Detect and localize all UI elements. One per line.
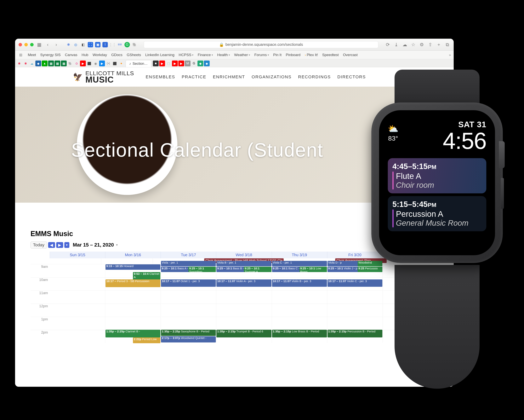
minimize-window-button[interactable] — [24, 43, 28, 46]
address-bar[interactable]: 🔒 benjamin-denne.squarespace.com/section… — [144, 41, 378, 48]
pinned-tab[interactable]: ■ — [153, 61, 159, 66]
pinned-tab[interactable]: ◉ — [93, 61, 98, 66]
pinned-tab[interactable]: M — [185, 61, 191, 66]
rss-icon[interactable]: ⋮⋮ — [110, 42, 115, 47]
active-tab[interactable]: ♪ Section… — [126, 60, 151, 67]
bookmark-item[interactable]: Workday — [93, 53, 107, 57]
day-header[interactable]: Sun 3/15 — [50, 251, 105, 258]
bookmark-item[interactable]: Overcast — [343, 53, 358, 57]
bookmark-folder[interactable]: Finance▾ — [198, 53, 213, 57]
day-header[interactable]: Tue 3/17 — [161, 251, 216, 258]
close-window-button[interactable] — [18, 43, 22, 46]
chevron-down-icon[interactable]: ▾ — [116, 243, 118, 247]
calendar-event[interactable]: 9:25 – 10:1 Saxophon — [188, 267, 216, 272]
extension-icon[interactable]: ◎ — [73, 42, 79, 47]
extension-icon[interactable]: ⛶ — [88, 42, 93, 47]
pinned-tab[interactable]: ▦ — [48, 61, 54, 66]
today-button[interactable]: Today — [31, 241, 47, 249]
upcoming-event-card[interactable]: 5:15–5:45PM Percussion A General Music R… — [388, 196, 486, 231]
pinned-tab[interactable]: ◆ — [197, 61, 203, 66]
grammarly-icon[interactable]: G — [124, 42, 130, 47]
pinned-tab[interactable]: ✦ — [118, 61, 124, 66]
pinned-tab[interactable]: ◆ — [204, 61, 210, 66]
nav-item[interactable]: PRACTICE — [182, 74, 206, 80]
back-button[interactable]: ‹ — [45, 42, 51, 48]
nav-item[interactable]: RECORDINGS — [298, 74, 331, 80]
day-header[interactable]: Mon 3/16 — [105, 251, 161, 258]
pinned-tab[interactable]: ⬛ — [112, 61, 118, 66]
favorite-icon[interactable]: ☆ — [410, 42, 416, 48]
bookmark-item[interactable]: Meet — [28, 53, 36, 57]
pinned-tab[interactable]: ⬚ — [166, 61, 171, 66]
bookmark-folder[interactable]: Health▾ — [217, 53, 230, 57]
calendar-event[interactable]: Viola C - per. 1 — [272, 261, 327, 266]
digital-crown[interactable] — [499, 141, 505, 168]
pinned-tab[interactable]: ✿ — [74, 61, 79, 66]
pinned-tab[interactable]: ▶ — [99, 61, 105, 66]
new-tab-button[interactable]: + — [436, 42, 442, 48]
evernote-icon[interactable]: 🐘 — [132, 42, 137, 47]
site-logo[interactable]: 🦅 ELLICOTT MILLS MUSIC — [73, 71, 134, 83]
bookmark-item[interactable]: Pinboard — [286, 53, 300, 57]
downloads-icon[interactable]: ⤓ — [393, 42, 399, 48]
bookmark-item[interactable]: Speedtest — [322, 53, 339, 57]
bookmark-item[interactable]: GDocs — [111, 53, 122, 57]
fullscreen-window-button[interactable] — [30, 43, 34, 46]
bookmarks-overflow[interactable]: » — [449, 53, 451, 57]
upcoming-event-card[interactable]: 4:45–5:15PM Flute A Choir room — [388, 158, 486, 193]
extension-icon[interactable]: ◧ — [80, 42, 86, 47]
bookmark-folder[interactable]: Weather▾ — [234, 53, 250, 57]
bookmark-item[interactable]: ›Plex It! — [305, 53, 318, 57]
pinned-tab[interactable]: ▦ — [54, 61, 60, 66]
pinned-tab[interactable]: ▶ — [80, 61, 86, 66]
pinned-tab[interactable]: ✱ — [16, 61, 22, 66]
calendar-event[interactable]: Viola - per. 1 — [161, 261, 216, 266]
pinned-tab[interactable]: ☁ — [29, 61, 35, 66]
extension-icon[interactable]: ≡≡ — [117, 42, 122, 47]
bookmark-folder[interactable]: HCPSS▾ — [179, 53, 193, 57]
pinned-tab[interactable]: ▶ — [172, 61, 178, 66]
pinned-tab[interactable]: G — [191, 61, 197, 66]
pinned-tab[interactable]: ⬛ — [86, 61, 92, 66]
bookmark-item[interactable]: Pin It — [273, 53, 281, 57]
pinned-tab[interactable]: (•) — [105, 61, 111, 66]
extension-icon[interactable]: I — [102, 42, 108, 47]
side-button[interactable] — [501, 178, 504, 209]
share-icon[interactable]: ⇧ — [428, 42, 433, 48]
weather-complication[interactable]: ⛅ 83° — [388, 124, 398, 142]
reload-button[interactable]: ⟳ — [385, 42, 391, 48]
sidebar-toggle-icon[interactable]: ▦ — [36, 42, 42, 48]
pinned-tab[interactable]: ▶ — [178, 61, 184, 66]
pinned-tab[interactable]: ▲ — [42, 61, 48, 66]
bookmark-item[interactable]: Hub — [81, 53, 88, 57]
pinned-tab[interactable]: ◆ — [35, 61, 41, 66]
calendar-event[interactable]: 9:25 – 10:1 Low Brass — [299, 267, 327, 272]
pinned-tab[interactable]: ▶ — [159, 61, 165, 66]
next-week-button[interactable]: ▶ — [56, 242, 63, 248]
nav-item[interactable]: ENSEMBLES — [146, 74, 175, 80]
calendar-event[interactable]: Viola B - per. 1 — [216, 261, 271, 266]
extension-icon[interactable]: ▣ — [95, 42, 100, 47]
bookmark-item[interactable]: LinkedIn Learning — [145, 53, 175, 57]
settings-icon[interactable]: ⚙ — [419, 42, 425, 48]
forward-button[interactable]: › — [53, 42, 59, 48]
day-header[interactable]: Wed 3/18 — [216, 251, 272, 258]
nav-item[interactable]: ENRICHMENT — [213, 74, 245, 80]
pinned-tab[interactable]: 🐘 — [67, 61, 73, 66]
day-header[interactable]: Thu 3/19 — [272, 251, 327, 258]
calendar-event[interactable]: 9:15 – 10:15 Howard — [105, 264, 160, 270]
calendar-event[interactable]: 9:25 – 10:1 Trumpet A — [244, 267, 271, 272]
cloud-icon[interactable]: ☁ — [402, 42, 408, 48]
prev-week-button[interactable]: ◀ — [48, 242, 55, 248]
pinned-tab[interactable]: ▦ — [61, 61, 67, 66]
extension-icon[interactable]: ❋ — [66, 42, 71, 47]
bookmark-item[interactable]: GSheets — [127, 53, 141, 57]
date-picker-button[interactable]: ▼ — [64, 242, 69, 248]
apps-icon[interactable]: ⊞ — [18, 52, 24, 58]
bookmark-item[interactable]: Synergy SIS — [40, 53, 61, 57]
pinned-tab[interactable]: ✱ — [23, 61, 28, 66]
bookmark-item[interactable]: Canvas — [65, 53, 77, 57]
nav-item[interactable]: ORGANIZATIONS — [252, 74, 292, 80]
watch-face[interactable]: ⛅ 83° SAT 31 4:56 4:45–5:15PM Flute A Ch… — [379, 110, 495, 255]
tabs-icon[interactable]: ⧉ — [444, 42, 450, 48]
